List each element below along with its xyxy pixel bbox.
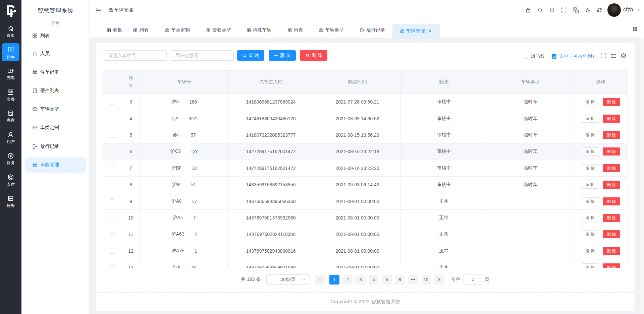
svg-text:VIP: VIP [8,90,13,94]
svg-text:P: P [9,48,12,52]
svg-text:A: A [576,10,578,13]
